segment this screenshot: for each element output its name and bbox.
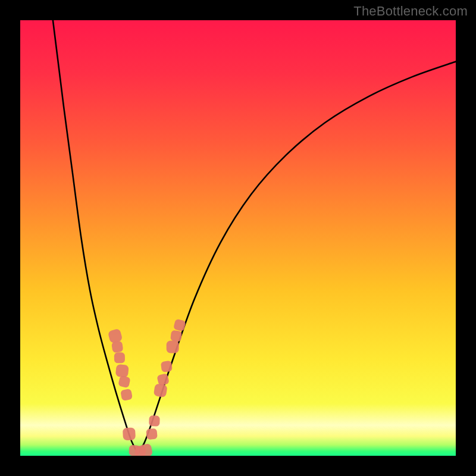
marker-dot bbox=[146, 428, 158, 440]
marker-dot bbox=[115, 364, 129, 378]
marker-dot bbox=[138, 443, 153, 456]
chart-svg bbox=[20, 20, 456, 456]
marker-dot bbox=[173, 318, 186, 331]
marker-dot bbox=[111, 341, 123, 353]
marker-dot bbox=[167, 341, 179, 353]
marker-dot bbox=[114, 352, 125, 363]
marker-dot bbox=[170, 330, 182, 342]
marker-dot bbox=[118, 375, 131, 389]
curve-right-branch bbox=[138, 62, 456, 454]
curve-left-branch bbox=[53, 20, 138, 453]
watermark-text: TheBottleneck.com bbox=[353, 4, 468, 19]
marker-dot bbox=[149, 415, 160, 427]
marker-dot bbox=[123, 427, 136, 440]
marker-dot bbox=[154, 383, 168, 397]
marker-dot bbox=[161, 361, 173, 372]
plot-area bbox=[20, 20, 456, 456]
marker-group bbox=[108, 318, 186, 456]
marker-dot bbox=[108, 328, 123, 344]
marker-dot bbox=[120, 389, 133, 401]
